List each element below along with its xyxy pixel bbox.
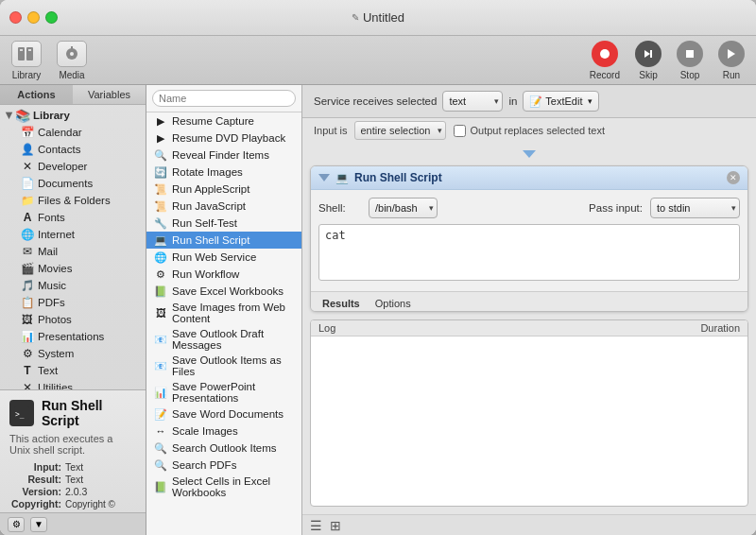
output-replaces-checkbox[interactable] xyxy=(454,125,466,137)
list-item[interactable]: 📜 Run JavaScript xyxy=(146,198,301,215)
sidebar-item-files-folders[interactable]: 📁 Files & Folders xyxy=(0,192,146,209)
main-window: ✎ Untitled Library xyxy=(0,0,756,535)
item-icon: 💻 xyxy=(154,233,167,247)
item-label: Run AppleScript xyxy=(172,183,249,195)
svg-marker-8 xyxy=(644,50,650,58)
list-item[interactable]: 🔍 Search PDFs xyxy=(146,457,301,474)
sidebar-item-text[interactable]: T Text xyxy=(0,362,146,379)
stop-button[interactable]: Stop xyxy=(677,41,703,80)
list-item[interactable]: 🖼 Save Images from Web Content xyxy=(146,300,301,326)
item-label: Search Outlook Items xyxy=(172,442,277,454)
list-item[interactable]: 🔧 Run Self-Test xyxy=(146,215,301,232)
script-editor[interactable]: cat xyxy=(318,224,740,281)
media-tool[interactable]: Media xyxy=(57,41,87,80)
sidebar-item-documents[interactable]: 📄 Documents xyxy=(0,175,146,192)
list-view-button[interactable]: ☰ xyxy=(310,518,322,533)
sidebar-item-fonts[interactable]: A Fonts xyxy=(0,209,146,226)
sidebar-item-pdfs[interactable]: 📋 PDFs xyxy=(0,294,146,311)
sidebar-item-calendar[interactable]: 📅 Calendar xyxy=(0,124,146,141)
shell-script-icon: >_ xyxy=(9,400,34,426)
card-collapse-icon[interactable] xyxy=(318,174,330,181)
movies-icon: 🎬 xyxy=(21,262,34,275)
tab-variables[interactable]: Variables xyxy=(73,85,146,104)
list-item[interactable]: 📧 Save Outlook Draft Messages xyxy=(146,326,301,353)
close-button[interactable] xyxy=(9,11,22,24)
item-label: Rotate Images xyxy=(172,166,243,178)
tab-options[interactable]: Options xyxy=(371,296,415,311)
item-icon: ▶ xyxy=(154,131,167,145)
list-item[interactable]: ▶ Resume DVD Playback xyxy=(146,129,301,147)
svg-rect-6 xyxy=(71,46,73,49)
library-icon[interactable] xyxy=(11,41,42,67)
settings-button[interactable]: ⚙ xyxy=(8,517,25,532)
sidebar-item-photos[interactable]: 🖼 Photos xyxy=(0,311,146,328)
list-item[interactable]: ↔ Scale Images xyxy=(146,423,301,440)
item-icon: 🔄 xyxy=(154,165,167,179)
sidebar-item-music[interactable]: 🎵 Music xyxy=(0,277,146,294)
sidebar-item-label: Music xyxy=(38,280,66,291)
list-item[interactable]: 📜 Run AppleScript xyxy=(146,181,301,198)
sidebar-tree: ▶ 📚 Library 📅 Calendar 👤 Contacts ✕ Deve… xyxy=(0,105,146,389)
input-bar: Input is entire selection selection only… xyxy=(302,118,756,143)
sidebar-item-movies[interactable]: 🎬 Movies xyxy=(0,260,146,277)
list-item[interactable]: 📝 Save Word Documents xyxy=(146,406,301,423)
list-item[interactable]: 🔄 Rotate Images xyxy=(146,164,301,181)
grid-view-button[interactable]: ⊞ xyxy=(330,518,341,533)
list-panel: ▶ Resume Capture ▶ Resume DVD Playback 🔍… xyxy=(146,85,302,535)
tab-actions[interactable]: Actions xyxy=(0,85,73,104)
sidebar-item-internet[interactable]: 🌐 Internet xyxy=(0,226,146,243)
item-label: Resume DVD Playback xyxy=(172,132,285,144)
skip-label: Skip xyxy=(639,70,657,80)
fonts-icon: A xyxy=(21,211,34,224)
minimize-button[interactable] xyxy=(27,11,40,24)
card-close-button[interactable]: ✕ xyxy=(727,171,740,184)
sidebar-item-mail[interactable]: ✉ Mail xyxy=(0,243,146,260)
chevron-down-icon: ▾ xyxy=(588,96,593,106)
list-item[interactable]: 🔍 Reveal Finder Items xyxy=(146,147,301,164)
shell-select[interactable]: /bin/bash /bin/sh /bin/zsh xyxy=(369,198,438,218)
card-header-icon: 💻 xyxy=(335,172,349,184)
card-body: Shell: /bin/bash /bin/sh /bin/zsh ▾ P xyxy=(311,190,747,291)
list-item[interactable]: 📧 Save Outlook Items as Files xyxy=(146,353,301,379)
desc-subtitle: This action executes a Unix shell script… xyxy=(9,433,136,456)
result-val: Text xyxy=(65,474,83,485)
info-button[interactable]: ▼ xyxy=(30,517,47,532)
internet-icon: 🌐 xyxy=(21,228,34,241)
svg-marker-11 xyxy=(728,49,735,59)
item-label: Resume Capture xyxy=(172,115,254,127)
sidebar-item-developer[interactable]: ✕ Developer xyxy=(0,158,146,175)
tab-results[interactable]: Results xyxy=(318,296,364,311)
list-item[interactable]: 📗 Save Excel Workbooks xyxy=(146,283,301,300)
list-item-run-shell-script[interactable]: 💻 Run Shell Script xyxy=(146,232,301,249)
sidebar-item-utilities[interactable]: ✕ Utilities xyxy=(0,379,146,389)
media-label: Media xyxy=(59,70,84,80)
search-input[interactable] xyxy=(152,90,296,107)
pass-input-select[interactable]: to stdin as arguments xyxy=(650,198,740,218)
sidebar-item-label: System xyxy=(38,348,74,359)
list-item[interactable]: 🔍 Search Outlook Items xyxy=(146,440,301,457)
sidebar-item-library[interactable]: ▶ 📚 Library xyxy=(0,107,146,124)
media-icon[interactable] xyxy=(57,41,87,67)
input-label: Input: xyxy=(9,461,61,473)
list-item[interactable]: ⚙ Run Workflow xyxy=(146,266,301,283)
list-item[interactable]: ▶ Resume Capture xyxy=(146,112,301,129)
output-label: Output replaces selected text xyxy=(470,125,604,136)
list-item[interactable]: 🌐 Run Web Service xyxy=(146,249,301,266)
input-type-select[interactable]: entire selection selection only xyxy=(354,121,446,140)
list-item[interactable]: 📊 Save PowerPoint Presentations xyxy=(146,379,301,406)
text-type-select[interactable]: text files images xyxy=(442,91,503,112)
log-area: Log Duration xyxy=(310,319,748,507)
maximize-button[interactable] xyxy=(45,11,58,24)
sidebar-item-system[interactable]: ⚙ System xyxy=(0,345,146,362)
list-item[interactable]: 📗 Select Cells in Excel Workbooks xyxy=(146,474,301,500)
library-tool[interactable]: Library xyxy=(11,41,42,80)
run-label: Run xyxy=(723,70,740,80)
item-icon: 📊 xyxy=(154,386,167,399)
skip-button[interactable]: Skip xyxy=(635,41,662,80)
item-icon: 📜 xyxy=(154,199,167,213)
run-button[interactable]: Run xyxy=(718,41,745,80)
sidebar-item-presentations[interactable]: 📊 Presentations xyxy=(0,328,146,345)
sidebar-item-contacts[interactable]: 👤 Contacts xyxy=(0,141,146,158)
record-button[interactable]: Record xyxy=(590,41,620,80)
stop-label: Stop xyxy=(680,70,700,80)
